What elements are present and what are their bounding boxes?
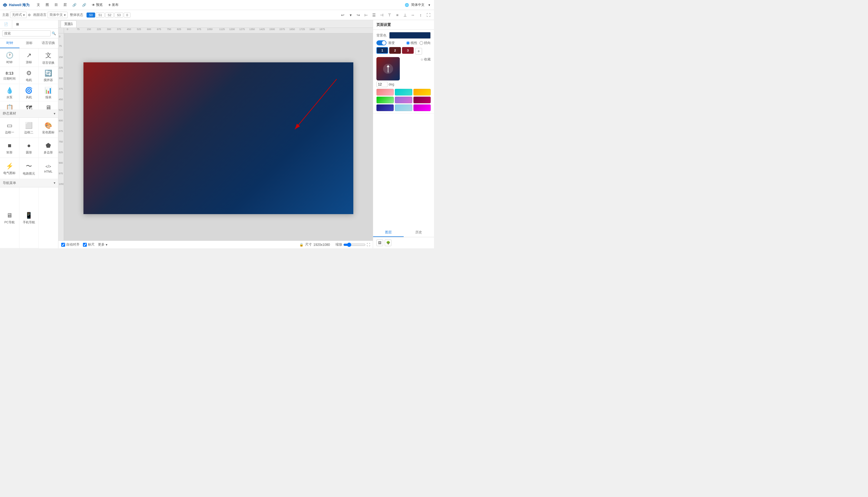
- publish-icon: ✈: [108, 3, 111, 7]
- widget-clock[interactable]: 🕐 时钟: [0, 48, 19, 67]
- widget-pc-nav[interactable]: 🖥 PC导航: [0, 187, 19, 248]
- ruler-checkbox[interactable]: 标尺: [83, 242, 94, 247]
- widget-rect[interactable]: ■ 矩形: [0, 138, 19, 158]
- widget-device-screen[interactable]: 🖥 设备画面: [39, 101, 58, 110]
- state-num-tab[interactable]: 0: [124, 13, 131, 17]
- nav-section-header[interactable]: 导航菜单 ▾: [0, 179, 58, 187]
- lang-switch-label: 语言切换: [42, 61, 55, 65]
- text-tool-btn[interactable]: 文: [35, 2, 42, 8]
- search-input[interactable]: [2, 30, 50, 37]
- color-stop-3[interactable]: 3: [402, 47, 414, 54]
- auto-align-input[interactable]: [61, 243, 65, 247]
- widget-mixer[interactable]: 🔄 搅拌器: [39, 67, 58, 84]
- zoom-slider[interactable]: [343, 242, 366, 247]
- widget-datatable[interactable]: 📋 数据表: [0, 101, 19, 110]
- gradient-preview[interactable]: ?: [377, 57, 400, 81]
- state-s3-tab[interactable]: S3: [114, 13, 123, 17]
- ruler-input[interactable]: [83, 243, 87, 247]
- widget-elec-icon[interactable]: ⚡ 电气图标: [0, 158, 19, 179]
- preset-color-8[interactable]: [395, 104, 412, 111]
- radial-radio[interactable]: 径向: [420, 41, 431, 45]
- align-middle-btn[interactable]: ≡: [394, 12, 401, 18]
- align-bottom-btn[interactable]: ⊥: [402, 12, 408, 18]
- preset-color-4[interactable]: [377, 97, 394, 103]
- widget-pump[interactable]: 💧 水泵: [0, 84, 19, 101]
- preset-color-1[interactable]: [377, 89, 394, 96]
- align-center-btn[interactable]: ☰: [371, 12, 377, 18]
- widget-polygon[interactable]: ⬟ 多边形: [39, 138, 58, 158]
- preset-color-3[interactable]: [413, 89, 431, 96]
- widget-lang-switch[interactable]: 文 语言切换: [39, 48, 58, 67]
- layer-tree-btn[interactable]: 🌳: [385, 239, 392, 246]
- publish-btn[interactable]: ✈ 发布: [106, 2, 120, 8]
- page-tab-1[interactable]: 页面1: [61, 20, 76, 28]
- theme-select[interactable]: 无样式 ▾: [10, 12, 27, 18]
- bg-color-bar[interactable]: [389, 32, 431, 39]
- tab-clock[interactable]: 时钟: [0, 39, 19, 48]
- gradient-toggle[interactable]: [377, 40, 386, 45]
- tab-layer[interactable]: 图层: [373, 228, 404, 237]
- state-s2-tab[interactable]: S2: [105, 13, 114, 17]
- layer-tool-btn[interactable]: 层: [62, 2, 69, 8]
- state-s0-tab[interactable]: S0: [87, 13, 95, 17]
- link-tool-btn[interactable]: 🔗: [71, 2, 78, 8]
- color-stop-1[interactable]: 1: [377, 47, 388, 54]
- static-section-header[interactable]: 静态素材 ▾: [0, 110, 58, 118]
- align-top-btn[interactable]: ⊤: [386, 12, 393, 18]
- widget-mobile-nav[interactable]: 📱 手机导航: [19, 187, 39, 248]
- preset-color-6[interactable]: [413, 97, 431, 103]
- widget-border2[interactable]: ⬜ 边框二: [19, 118, 39, 138]
- add-color-stop-btn[interactable]: +: [415, 48, 422, 55]
- preset-color-5[interactable]: [395, 97, 412, 103]
- screen-lang-select[interactable]: 简体中文 ▾: [47, 12, 68, 18]
- sidebar-tab-pages[interactable]: 📄: [0, 20, 12, 28]
- linear-radio[interactable]: 线性: [406, 41, 417, 45]
- align-left-btn[interactable]: ⊢: [363, 12, 369, 18]
- preset-color-9[interactable]: [413, 104, 431, 111]
- undo-dropdown-btn[interactable]: ▾: [347, 12, 354, 18]
- widget-cursor[interactable]: ↗ 游标: [19, 48, 39, 67]
- color-stop-2[interactable]: 2: [389, 47, 401, 54]
- sidebar-tab-widgets[interactable]: ⊞: [12, 20, 23, 28]
- preset-color-2[interactable]: [395, 89, 412, 96]
- radial-radio-input[interactable]: [420, 41, 423, 45]
- list-tool-btn[interactable]: 目: [53, 2, 60, 8]
- preset-color-7[interactable]: [377, 104, 394, 111]
- auto-align-checkbox[interactable]: 自动对齐: [61, 242, 79, 247]
- preview-btn[interactable]: 👁 预览: [90, 2, 104, 8]
- tab-cursor[interactable]: 游标: [19, 39, 39, 48]
- collect-btn[interactable]: ☆ 收藏: [421, 57, 431, 62]
- widget-html[interactable]: </> HTML: [39, 158, 58, 179]
- widget-datetime[interactable]: 8:13 日期时间: [0, 67, 19, 84]
- gear-icon[interactable]: ⚙: [28, 13, 31, 17]
- lang-dropdown-btn[interactable]: ▾: [427, 2, 432, 8]
- widget-border1[interactable]: ▭ 边框一: [0, 118, 19, 138]
- more-btn[interactable]: 更多 ▾: [98, 242, 107, 247]
- elec-icon-label: 电气图标: [3, 171, 16, 175]
- widget-report[interactable]: 📊 报表: [39, 84, 58, 101]
- widget-motor[interactable]: ⚙ 电机: [19, 67, 39, 84]
- widget-circuit[interactable]: 〜 电路图元: [19, 158, 39, 179]
- angle-field[interactable]: [377, 82, 387, 87]
- align-right-btn[interactable]: ⊣: [378, 12, 385, 18]
- layer-image-btn[interactable]: 🖼: [377, 239, 383, 246]
- image-tool-btn[interactable]: 图: [44, 2, 50, 8]
- fullscreen-icon[interactable]: ⛶: [367, 243, 370, 247]
- fullscreen-btn[interactable]: ⛶: [425, 12, 432, 18]
- distribute-h-btn[interactable]: ↔: [410, 12, 416, 18]
- tab-lang[interactable]: 语言切换: [39, 39, 58, 48]
- widget-color-icon[interactable]: 🎨 彩色图标: [39, 118, 58, 138]
- tab-history[interactable]: 历史: [404, 228, 434, 237]
- search-icon[interactable]: 🔍: [52, 31, 56, 36]
- linear-radio-input[interactable]: [406, 41, 410, 45]
- link2-tool-btn[interactable]: 🔗: [80, 2, 88, 8]
- distribute-v-btn[interactable]: ↕: [417, 12, 424, 18]
- undo-btn[interactable]: ↩: [339, 12, 346, 18]
- state-s1-tab[interactable]: S1: [96, 13, 104, 17]
- canvas-bg[interactable]: [84, 62, 353, 214]
- redo-btn[interactable]: ↪: [355, 12, 362, 18]
- widget-device-map[interactable]: 🗺 设备地图: [19, 101, 39, 110]
- widget-circle[interactable]: ● 圆形: [19, 138, 39, 158]
- canvas-scroll[interactable]: [64, 33, 373, 243]
- widget-fan[interactable]: 🌀 风机: [19, 84, 39, 101]
